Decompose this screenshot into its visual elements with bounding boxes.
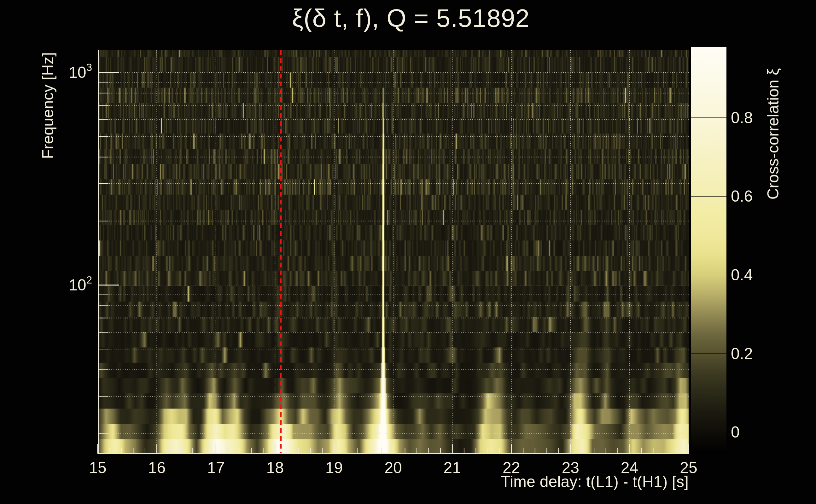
y-axis-title: Frequency [Hz] bbox=[39, 52, 57, 159]
x-tick-label: 24 bbox=[621, 459, 639, 477]
colorbar-title: Cross-correlation ξ bbox=[764, 68, 782, 200]
y-tick-label: 103 bbox=[69, 63, 92, 82]
root-canvas-window: ξ(δ t, f), Q = 5.51892 Frequency [Hz] Ti… bbox=[0, 0, 816, 504]
correlation-heatmap-canvas bbox=[0, 0, 816, 504]
colorbar-tick-label: 0.4 bbox=[731, 266, 753, 284]
x-axis-title: Time delay: t(L1) - t(H1) [s] bbox=[501, 473, 689, 491]
colorbar-tick-label: 0.2 bbox=[731, 345, 753, 363]
x-tick-label: 22 bbox=[503, 459, 520, 477]
y-tick-label: 102 bbox=[69, 276, 92, 294]
x-tick-label: 25 bbox=[680, 459, 698, 477]
x-tick-label: 18 bbox=[266, 459, 284, 477]
colorbar-tick-label: 0 bbox=[731, 423, 740, 441]
x-tick-label: 17 bbox=[207, 459, 225, 477]
colorbar-tick-label: 0.6 bbox=[731, 187, 753, 205]
x-tick-label: 23 bbox=[561, 459, 579, 477]
x-tick-label: 21 bbox=[444, 459, 461, 477]
x-tick-label: 20 bbox=[384, 459, 402, 477]
colorbar-tick-label: 0.8 bbox=[731, 109, 753, 127]
x-tick-label: 16 bbox=[148, 459, 166, 477]
x-tick-label: 19 bbox=[325, 459, 343, 477]
x-tick-label: 15 bbox=[89, 459, 106, 477]
plot-title: ξ(δ t, f), Q = 5.51892 bbox=[292, 4, 530, 33]
